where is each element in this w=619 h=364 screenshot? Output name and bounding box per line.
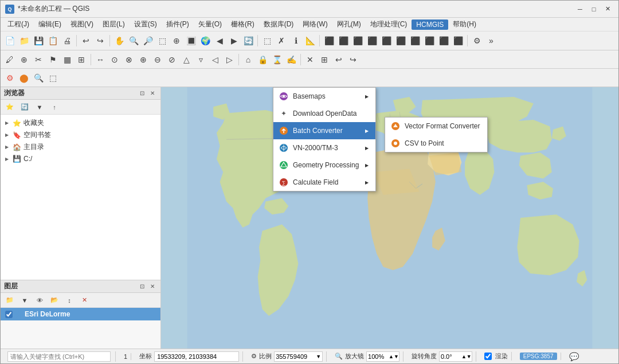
tb2-12[interactable]: ⊘ [165,53,179,66]
tb-save[interactable]: 💾 [32,34,45,48]
menu-item-calculate[interactable]: ∑ Calculate Field ▶ [273,174,375,191]
tb-save-as[interactable]: 📋 [46,34,60,48]
tb2-19[interactable]: ⌛ [270,53,284,66]
tb2-13[interactable]: △ [179,53,193,66]
crs-badge[interactable]: EPSG:3857 [520,353,557,360]
tree-item-bookmarks[interactable]: ▶ 🔖 空间书签 [3,129,158,141]
menu-item-download[interactable]: ✦ Download OpenData [273,105,375,122]
rotation-value-input[interactable] [440,353,461,360]
menu-edit[interactable]: 编辑(E) [34,18,66,30]
tb2-9[interactable]: ⊗ [122,53,136,66]
tb2-24[interactable]: ↪ [346,53,360,66]
menu-plugins[interactable]: 插件(P) [162,18,194,30]
layer-checkbox-esri[interactable] [5,311,13,318]
tb2-5[interactable]: ▦ [60,53,74,66]
tb-tip1[interactable]: ⬛ [322,34,336,48]
menu-raster[interactable]: 栅格(R) [226,18,259,30]
browser-pin-button[interactable]: ⊡ [138,89,147,98]
menu-item-batch[interactable]: Batch Converter ▶ [273,122,375,139]
tb-tip5[interactable]: ⬛ [379,34,393,48]
tb-zoom-out[interactable]: 🔎 [141,34,155,48]
tb-tip9[interactable]: ⬛ [437,34,450,48]
submenu-item-vector[interactable]: Vector Format Converter [385,118,487,135]
tb2-20[interactable]: ✍ [284,53,298,66]
menu-item-basemaps[interactable]: Basemaps ▶ [273,88,375,105]
tb2-22[interactable]: ⊞ [318,53,331,66]
layers-pin-button[interactable]: ⊡ [138,282,147,291]
layers-close-button[interactable]: ✕ [148,282,157,291]
tb2-23[interactable]: ↩ [332,53,346,66]
layers-filter-btn[interactable]: ▼ [18,293,32,307]
tb-zoom-select[interactable]: 🔳 [184,34,198,48]
render-checkbox[interactable] [484,353,492,360]
menu-settings[interactable]: 设置(S) [130,18,162,30]
tb-tip3[interactable]: ⬛ [351,34,365,48]
tb-open[interactable]: 📁 [17,34,31,48]
tb-tip6[interactable]: ⬛ [394,34,408,48]
browser-close-button[interactable]: ✕ [148,89,157,98]
magnify-up-btn[interactable]: ▲ [389,354,394,359]
rotation-down-btn[interactable]: ▼ [467,354,472,359]
tree-item-favorites[interactable]: ▶ ⭐ 收藏夹 [3,117,158,129]
tb-zoom-full[interactable]: 🌍 [198,34,212,48]
tb-tip2[interactable]: ⬛ [336,34,350,48]
tb-identify[interactable]: ℹ [289,34,303,48]
menu-help[interactable]: 帮助(H) [448,18,481,30]
tb2-15[interactable]: ◁ [208,53,222,66]
tb-more[interactable]: » [484,34,498,48]
layers-remove-btn[interactable]: ✕ [77,293,91,307]
tb2-21[interactable]: ✕ [303,53,317,66]
coord-input[interactable] [154,351,239,362]
tb2-1[interactable]: 🖊 [3,53,17,66]
tb3-1[interactable]: ⚙ [3,71,17,85]
close-button[interactable]: ✕ [601,3,614,15]
rotation-up-btn[interactable]: ▲ [461,354,467,359]
tb-measure[interactable]: 📐 [303,34,317,48]
tb2-8[interactable]: ⊙ [108,53,122,66]
layer-item-esri[interactable]: ★ ESri DeLorme [1,308,160,320]
menu-vector[interactable]: 矢量(O) [194,18,226,30]
magnify-value-input[interactable] [367,353,389,360]
tb-tip10[interactable]: ⬛ [451,34,465,48]
submenu-item-csv[interactable]: CSV to Point [385,135,487,152]
tb-tip8[interactable]: ⬛ [422,34,436,48]
tb2-3[interactable]: ✂ [32,53,45,66]
browser-add-btn[interactable]: ⭐ [3,100,17,114]
magnify-down-btn[interactable]: ▼ [394,354,399,359]
tb-print[interactable]: 🖨 [60,34,74,48]
tb-deselect[interactable]: ✗ [275,34,288,48]
layers-group-btn[interactable]: 📂 [48,293,61,307]
tb-rubber-band[interactable]: ⬚ [155,34,169,48]
tb-zoom-next[interactable]: ▶ [227,34,241,48]
tb2-4[interactable]: ⚑ [46,53,60,66]
tb-gear[interactable]: ⚙ [470,34,484,48]
tb-pan[interactable]: ✋ [112,34,126,48]
map-area[interactable]: Basemaps ▶ ✦ Download OpenData [161,87,618,349]
tb2-7[interactable]: ↔ [93,53,107,66]
menu-web[interactable]: 网络(W) [298,18,332,30]
browser-collapse-btn[interactable]: ↑ [48,100,61,114]
maximize-button[interactable]: □ [587,3,600,15]
tb-undo[interactable]: ↩ [79,34,93,48]
menu-item-vn2000[interactable]: VN-2000/TM-3 ▶ [273,139,375,156]
minimize-button[interactable]: ─ [574,3,586,15]
tree-item-home[interactable]: ▶ 🏠 主目录 [3,141,158,153]
menu-hcmgis[interactable]: HCMGIS [412,19,448,30]
tb2-6[interactable]: ⊞ [75,53,88,66]
layers-open-btn[interactable]: 📁 [3,293,17,307]
tb2-11[interactable]: ⊖ [151,53,164,66]
menu-project[interactable]: 工程(J) [3,18,34,30]
tb2-14[interactable]: ▿ [194,53,207,66]
message-icon[interactable]: 💬 [569,352,579,361]
layers-visible-btn[interactable]: 👁 [33,293,46,307]
tb-zoom-layer[interactable]: ⊕ [170,34,183,48]
tb-zoom-in[interactable]: 🔍 [127,34,140,48]
tb-new[interactable]: 📄 [3,34,17,48]
layers-sort-btn[interactable]: ↕ [62,293,76,307]
tb2-17[interactable]: ⌂ [241,53,255,66]
tb2-10[interactable]: ⊕ [136,53,150,66]
tb2-2[interactable]: ⊕ [17,53,31,66]
tb-tip7[interactable]: ⬛ [408,34,422,48]
menu-view[interactable]: 视图(V) [66,18,98,30]
browser-refresh-btn[interactable]: 🔄 [18,100,32,114]
